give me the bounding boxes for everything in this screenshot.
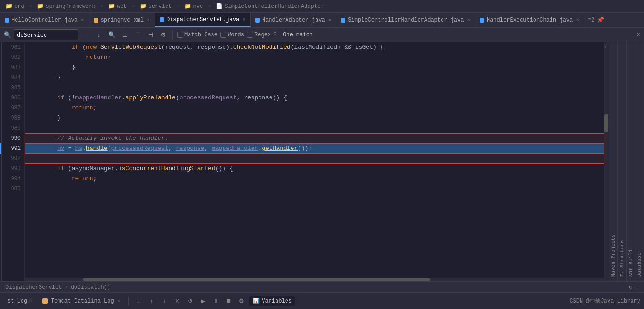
- top-tab-web[interactable]: 📁 web: [104, 1, 131, 11]
- close-tab-simple[interactable]: ×: [467, 17, 470, 23]
- line-num-988: 988: [6, 113, 21, 123]
- separator-1: [172, 30, 173, 40]
- regex-checkbox[interactable]: [247, 32, 253, 38]
- editor-tab-bar: HelloController.java × springmvc.xml × D…: [0, 13, 644, 28]
- close-tab-hello[interactable]: ×: [81, 17, 84, 23]
- bm-982: [0, 52, 1, 63]
- minimize-icon[interactable]: —: [635, 284, 638, 291]
- line-num-992: 992: [6, 154, 21, 164]
- tab-dispatcher-servlet[interactable]: DispatcherServlet.java ×: [155, 13, 251, 27]
- v-scrollbar-track[interactable]: ✓: [604, 42, 609, 281]
- line-num-981: 981: [6, 42, 21, 52]
- bottom-btn-reload[interactable]: ↺: [185, 296, 195, 306]
- editor-area: 981 982 983 984 985 986 987 988 989 990 …: [0, 42, 644, 281]
- close-tab-handler[interactable]: ×: [328, 17, 332, 23]
- line-num-990: 990: [6, 133, 21, 143]
- search-options-2[interactable]: ⊤: [132, 30, 143, 40]
- bottom-btn-menu[interactable]: ≡: [133, 296, 144, 306]
- regex-option[interactable]: Regex ?: [247, 32, 276, 38]
- close-tab-springmvc[interactable]: ×: [147, 17, 150, 23]
- h-scrollbar-track[interactable]: [25, 278, 604, 281]
- code-editor[interactable]: if (new ServletWebRequest(request, respo…: [25, 42, 604, 281]
- words-option[interactable]: Words: [220, 32, 244, 38]
- tab-handler-chain[interactable]: HandlerExecutionChain.java ×: [475, 13, 584, 27]
- top-tab-mvc[interactable]: 📁 mvc: [181, 1, 207, 11]
- bottom-btn-close[interactable]: ✕: [172, 296, 182, 306]
- java-file-icon-4: [480, 18, 484, 23]
- search-input-wrap[interactable]: [14, 29, 78, 40]
- top-nav-bar: 📁 org › 📁 springframework › 📁 web › 📁 se…: [0, 0, 644, 13]
- bottom-btn-down[interactable]: ↓: [159, 296, 169, 306]
- database-tab[interactable]: Database: [635, 42, 644, 281]
- tab-simple-controller[interactable]: SimpleControllerHandlerAdapter.java ×: [336, 13, 475, 27]
- structure-tab[interactable]: Z: Structure: [618, 42, 627, 281]
- find-usages-button[interactable]: 🔍: [107, 30, 117, 40]
- bottom-btn-run[interactable]: ▶: [198, 296, 208, 306]
- top-tab-org[interactable]: 📁 org: [2, 1, 28, 11]
- bm-984: [0, 73, 1, 83]
- bottom-btn-settings[interactable]: ⚙: [236, 296, 247, 306]
- line-num-987: 987: [6, 103, 21, 113]
- tab-hello-controller[interactable]: HelloController.java ×: [0, 13, 89, 27]
- bm-981: [0, 42, 1, 52]
- pin-icon[interactable]: 📌: [597, 17, 604, 23]
- close-log-tab[interactable]: ×: [29, 298, 32, 304]
- line-num-986: 986: [6, 93, 21, 103]
- search-filter-button[interactable]: ⚙: [158, 30, 168, 40]
- code-line-982: return;: [25, 52, 604, 63]
- line-num-984: 984: [6, 73, 21, 83]
- variables-panel[interactable]: 📊 Variables: [249, 296, 295, 306]
- next-match-button[interactable]: ↓: [94, 30, 104, 40]
- match-case-option[interactable]: Match Case: [177, 32, 218, 38]
- bottom-right-label: CSDN @中缺Java Library: [569, 297, 640, 305]
- close-tab-dispatcher[interactable]: ×: [242, 17, 246, 23]
- bottom-btn-stop[interactable]: ⏹: [224, 296, 234, 306]
- maven-projects-tab[interactable]: Maven Projects: [609, 42, 618, 281]
- bottom-toolbar: st Log × Tomcat Catalina Log × ≡ ↑ ↓ ✕ ↺…: [0, 292, 644, 309]
- variables-icon: 📊: [253, 298, 260, 304]
- search-input[interactable]: [17, 32, 63, 38]
- xml-file-icon: [94, 18, 98, 23]
- close-tab-chain[interactable]: ×: [576, 17, 579, 23]
- bottom-btn-pause[interactable]: ⏸: [211, 296, 221, 306]
- line-num-983: 983: [6, 63, 21, 73]
- close-tomcat-tab[interactable]: ×: [117, 298, 121, 304]
- search-options-1[interactable]: ⊥: [120, 30, 130, 40]
- bottom-tab-tomcat[interactable]: Tomcat Catalina Log ×: [39, 297, 124, 306]
- regex-help-icon[interactable]: ?: [273, 32, 276, 38]
- breadcrumb-method[interactable]: doDispatch(): [71, 284, 110, 291]
- h-scrollbar-thumb[interactable]: [83, 278, 430, 281]
- code-line-992: [25, 154, 604, 164]
- tab-springmvc-xml[interactable]: springmvc.xml ×: [89, 13, 155, 27]
- bottom-tab-log[interactable]: st Log ×: [4, 297, 36, 306]
- tab-overflow[interactable]: ≡2 📌: [584, 13, 608, 27]
- top-tab-springframework[interactable]: 📁 springframework: [33, 1, 99, 11]
- bm-985: [0, 83, 1, 93]
- tab-handler-adapter[interactable]: HandlerAdapter.java ×: [251, 13, 336, 27]
- variables-label: Variables: [262, 298, 292, 304]
- settings-icon[interactable]: ⚙: [629, 284, 632, 291]
- top-tab-adapter[interactable]: 📄 SimpleControllerHandlerAdapter: [212, 1, 328, 11]
- bottom-sep: [128, 297, 129, 306]
- code-line-991: mv = ha.handle(processedRequest, respons…: [25, 143, 604, 154]
- ant-build-tab[interactable]: Ant Build: [627, 42, 635, 281]
- breadcrumb-class[interactable]: DispatcherServlet: [6, 284, 62, 291]
- status-check: ✓: [604, 43, 608, 50]
- top-tab-servlet[interactable]: 📁 servlet: [136, 1, 175, 11]
- prev-match-button[interactable]: ↑: [81, 30, 91, 40]
- bm-990: [0, 133, 1, 143]
- close-search-button[interactable]: ×: [637, 31, 640, 39]
- java-file-icon-3: [341, 18, 345, 23]
- words-checkbox[interactable]: [220, 32, 226, 38]
- line-num-985: 985: [6, 83, 21, 93]
- match-case-checkbox[interactable]: [177, 32, 183, 38]
- code-line-988: }: [25, 113, 604, 123]
- search-options-3[interactable]: ⊣: [145, 30, 155, 40]
- bm-988: [0, 113, 1, 123]
- code-line-987: return;: [25, 103, 604, 113]
- bm-992: [0, 154, 1, 164]
- bottom-btn-up[interactable]: ↑: [146, 296, 156, 306]
- v-scrollbar-thumb[interactable]: [604, 114, 608, 132]
- bm-993: [0, 164, 1, 174]
- bm-991-active: [0, 143, 1, 154]
